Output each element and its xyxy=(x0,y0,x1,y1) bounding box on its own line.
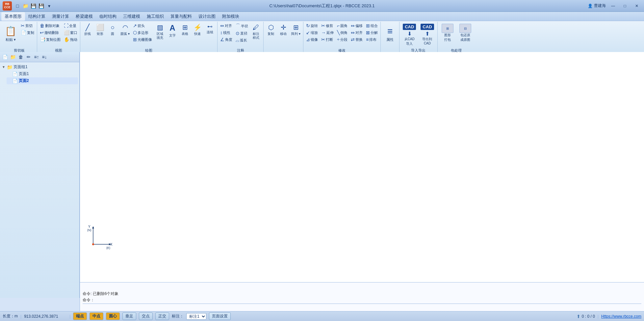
extend-btn[interactable]: → 延伸 xyxy=(320,29,335,36)
text-btn[interactable]: A 文字 xyxy=(167,22,178,39)
duplicate-btn[interactable]: ⬡ 复制 xyxy=(265,22,277,37)
cut-btn[interactable]: ✂ 剪切 xyxy=(19,22,36,29)
polygon-btn[interactable]: ⬡ 多边形 xyxy=(132,29,153,36)
paste-btn[interactable]: 📋 粘贴 ▾ xyxy=(3,22,19,45)
pack-btn[interactable]: ⊞ 图形打包 xyxy=(439,22,456,43)
offset-btn[interactable]: ⇔ 偏移 xyxy=(349,22,364,29)
menu-design-drawing[interactable]: 设计出图 xyxy=(195,12,219,21)
continuous-btn[interactable]: ⊷ 连续 xyxy=(204,22,216,35)
arrow-icon: ↗ xyxy=(133,23,137,28)
panel-move-down-btn[interactable]: ≡↓ xyxy=(41,53,48,61)
snap-perpendicular-btn[interactable]: 垂足 xyxy=(122,312,136,320)
length-label: 长度：m xyxy=(3,313,18,319)
cut-label: 剪切 xyxy=(25,23,33,28)
close-btn[interactable]: ✕ xyxy=(632,2,641,10)
quick-btn[interactable]: ⚡ 快速 xyxy=(192,22,203,37)
dim-style-btn[interactable]: 🖊 标注样式 xyxy=(250,22,262,41)
circle-btn[interactable]: ○ 圆 xyxy=(107,22,118,37)
new-file-btn[interactable]: □ xyxy=(14,2,21,10)
menu-basic-graphics[interactable]: 基本图形 xyxy=(1,12,25,21)
window-view-btn[interactable]: ⬜ 窗口 xyxy=(63,29,79,36)
panel-edit-btn[interactable]: ✏ xyxy=(25,53,32,61)
open-file-btn[interactable]: 📁 xyxy=(22,2,29,10)
delete-obj-btn[interactable]: 🗑 删除对象 xyxy=(39,22,62,29)
arc-btn[interactable]: ◠ 圆弧 ▾ xyxy=(119,22,131,37)
array-btn[interactable]: ⊞ 阵列 ▾ xyxy=(290,22,302,37)
quick-access-more-btn[interactable]: ▾ xyxy=(45,2,53,10)
region-fill-btn[interactable]: ▨ 区域填充 xyxy=(154,22,166,41)
align-btn[interactable]: ⇔ 对齐 xyxy=(349,29,364,36)
unpack-btn[interactable]: ⊟ 包还原成原图 xyxy=(457,22,474,43)
replace-btn[interactable]: ⇄ 替换 xyxy=(349,36,364,43)
panel-open-btn[interactable]: 📁 xyxy=(9,53,16,61)
properties-btn[interactable]: ≡ 属性 xyxy=(382,22,398,45)
arc-dim-btn[interactable]: ⌓ 弧长 xyxy=(234,37,249,44)
align-dim-btn[interactable]: ⇔ 对齐 xyxy=(219,22,234,29)
segment-btn[interactable]: ÷ 分段 xyxy=(336,36,349,43)
trim-btn[interactable]: ✂ 修剪 xyxy=(320,22,335,29)
menu-quantity-material[interactable]: 算量与配料 xyxy=(167,12,195,21)
arrange-btn[interactable]: ≡ 排布 xyxy=(365,36,379,43)
tree-node-page2[interactable]: 📄 页面2 xyxy=(7,77,78,84)
tree-node-page1[interactable]: 📄 页面1 xyxy=(7,70,78,77)
rect-btn[interactable]: ⬜ 矩形 xyxy=(94,22,106,37)
command-input[interactable] xyxy=(83,304,641,310)
text-icon: A xyxy=(169,23,175,33)
menu-addon-modules[interactable]: 附加模块 xyxy=(219,12,243,21)
minimize-btn[interactable]: — xyxy=(608,2,618,10)
import-cad-btn[interactable]: CAD ⬇ 从CAD导入 xyxy=(401,22,418,47)
canvas-inner[interactable]: Y (N) X (E) xyxy=(80,52,644,298)
menu-survey-calc[interactable]: 测量计算 xyxy=(49,12,72,21)
maximize-btn[interactable]: □ xyxy=(620,2,630,10)
tree-node-group1[interactable]: ▼ 📁 页面组1 xyxy=(1,64,78,70)
fit-all-btn[interactable]: ⛶ 全显 xyxy=(63,22,79,29)
replace-label: 替换 xyxy=(355,37,363,42)
break-btn[interactable]: ✂ 打断 xyxy=(320,36,335,43)
snap-midpoint-btn[interactable]: 中点 xyxy=(90,312,103,320)
move-btn[interactable]: ✛ 移动 xyxy=(277,22,289,37)
snap-center-btn[interactable]: 圆心 xyxy=(106,312,120,320)
pan-btn[interactable]: ✋ 拖动 xyxy=(63,36,79,43)
chamfer-btn[interactable]: ╲ 倒角 xyxy=(336,29,349,36)
fillet-btn[interactable]: ⌐ 圆角 xyxy=(336,22,349,29)
page-settings-btn[interactable]: 页面设置 xyxy=(209,312,231,320)
export-cad-btn[interactable]: CAD ⬆ 导出到CAD xyxy=(419,22,436,46)
copy-bitmap-btn[interactable]: 📑 复制位图 xyxy=(39,36,62,43)
undo-delete-btn[interactable]: ↩ 撤销删除 xyxy=(39,29,62,36)
panel-move-up-btn[interactable]: ≡↑ xyxy=(33,53,40,61)
rotate-btn[interactable]: ↻ 旋转 xyxy=(305,22,319,29)
mirror-btn[interactable]: ⊿ 镜像 xyxy=(305,36,319,43)
table-btn[interactable]: ⊞ 表格 xyxy=(179,22,191,37)
canvas-area[interactable]: Y (N) X (E) xyxy=(80,52,644,298)
panel-delete-btn[interactable]: 🗑 xyxy=(17,53,24,61)
ungroup-btn[interactable]: ⊠ 分解 xyxy=(365,29,379,36)
panel-tree: ▼ 📁 页面组1 📄 页面1 📄 页面2 xyxy=(0,62,79,298)
snap-intersection-btn[interactable]: 交点 xyxy=(139,312,153,320)
linear-dim-btn[interactable]: ↕ 线性 xyxy=(219,29,234,36)
arrow-label: 箭头 xyxy=(138,23,145,28)
website-link[interactable]: Https://www.rbcce.com xyxy=(601,314,641,319)
menu-construction-org[interactable]: 施工组织 xyxy=(143,12,167,21)
scale-btn[interactable]: ↙ 缩放 xyxy=(305,29,319,36)
menu-structural-calc[interactable]: 结构计算 xyxy=(25,12,49,21)
snap-ortho-btn[interactable]: 正交 xyxy=(155,312,169,320)
polyline-btn[interactable]: ╱ 折线 xyxy=(82,22,93,37)
ungroup-icon: ⊠ xyxy=(366,30,370,35)
command-line1: 命令: 已删除6个对象 xyxy=(83,291,641,297)
menu-temp-structure[interactable]: 临时结构 xyxy=(96,12,120,21)
save-btn[interactable]: 💾 xyxy=(30,2,37,10)
menu-3d-model[interactable]: 三维建模 xyxy=(120,12,143,21)
angular-dim-btn[interactable]: ∠ 角度 xyxy=(219,36,234,43)
save-as-btn[interactable]: 💾 xyxy=(38,2,45,10)
annotation-select[interactable]: 标注1 xyxy=(186,313,206,320)
diameter-dim-btn[interactable]: ⊙ 直径 xyxy=(234,30,249,37)
copy-btn[interactable]: 📄 复制 xyxy=(19,29,36,36)
group-btn[interactable]: ⊞ 组合 xyxy=(365,22,379,29)
raster-img-btn[interactable]: ⊞ 光栅图像 xyxy=(132,36,153,43)
arrow-btn[interactable]: ↗ 箭头 xyxy=(132,22,153,29)
panel-new-btn[interactable]: 📄 xyxy=(1,53,9,61)
region-fill-label: 区域填充 xyxy=(157,32,163,40)
radius-dim-btn[interactable]: ⌒ 半径 xyxy=(234,22,249,30)
menu-bridge-model[interactable]: 桥梁建模 xyxy=(72,12,96,21)
snap-endpoint-btn[interactable]: 端点 xyxy=(73,312,87,320)
